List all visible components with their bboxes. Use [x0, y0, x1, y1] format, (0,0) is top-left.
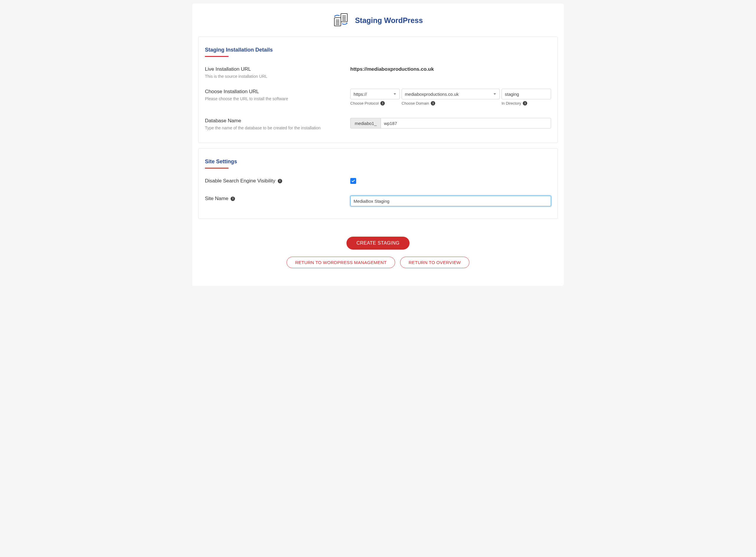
page-container: Staging WordPress Staging Installation D… — [192, 3, 564, 286]
return-overview-button[interactable]: RETURN TO OVERVIEW — [400, 257, 469, 268]
staging-icon — [333, 12, 349, 28]
disable-seo-row: Disable Search Engine Visibility i — [205, 178, 551, 186]
live-url-row: Live Installation URL This is the source… — [205, 66, 551, 79]
info-icon[interactable]: i — [431, 101, 435, 106]
site-name-row: Site Name i — [205, 196, 551, 206]
live-url-label: Live Installation URL — [205, 66, 344, 72]
info-icon[interactable]: i — [380, 101, 385, 106]
site-settings-panel: Site Settings Disable Search Engine Visi… — [198, 148, 558, 219]
db-label: Database Name — [205, 118, 344, 124]
page-title: Staging WordPress — [355, 16, 423, 25]
domain-sublabel: Choose Domain — [401, 101, 429, 106]
disable-seo-label: Disable Search Engine Visibility — [205, 178, 275, 184]
site-name-label: Site Name — [205, 196, 228, 202]
return-mgmt-button[interactable]: RETURN TO WORDPRESS MANAGEMENT — [287, 257, 395, 268]
site-settings-title: Site Settings — [205, 158, 551, 165]
site-name-input[interactable] — [350, 196, 551, 206]
db-desc: Type the name of the database to be crea… — [205, 125, 344, 130]
directory-input[interactable] — [502, 89, 551, 99]
choose-url-row: Choose Installation URL Please choose th… — [205, 89, 551, 108]
live-url-value: https://mediaboxproductions.co.uk — [350, 66, 551, 72]
domain-select[interactable]: mediaboxproductions.co.uk — [401, 89, 500, 99]
choose-url-desc: Please choose the URL to install the sof… — [205, 96, 344, 101]
db-row: Database Name Type the name of the datab… — [205, 118, 551, 130]
create-staging-button[interactable]: CREATE STAGING — [346, 237, 410, 250]
info-icon[interactable]: i — [523, 101, 527, 106]
protocol-sublabel: Choose Protocol — [350, 101, 379, 106]
section-underline — [205, 168, 228, 169]
info-icon[interactable]: i — [278, 179, 282, 183]
actions: CREATE STAGING RETURN TO WORDPRESS MANAG… — [198, 237, 558, 268]
db-name-input[interactable] — [381, 118, 551, 128]
details-panel: Staging Installation Details Live Instal… — [198, 36, 558, 143]
disable-seo-checkbox[interactable] — [350, 178, 356, 184]
choose-url-label: Choose Installation URL — [205, 89, 344, 95]
details-section-title: Staging Installation Details — [205, 47, 551, 53]
directory-sublabel: In Directory — [502, 101, 521, 106]
live-url-desc: This is the source installation URL — [205, 74, 344, 79]
page-header: Staging WordPress — [198, 12, 558, 28]
info-icon[interactable]: i — [230, 197, 235, 201]
protocol-select[interactable]: https:// — [350, 89, 400, 99]
section-underline — [205, 56, 228, 57]
db-prefix: mediabo1_ — [350, 118, 381, 128]
